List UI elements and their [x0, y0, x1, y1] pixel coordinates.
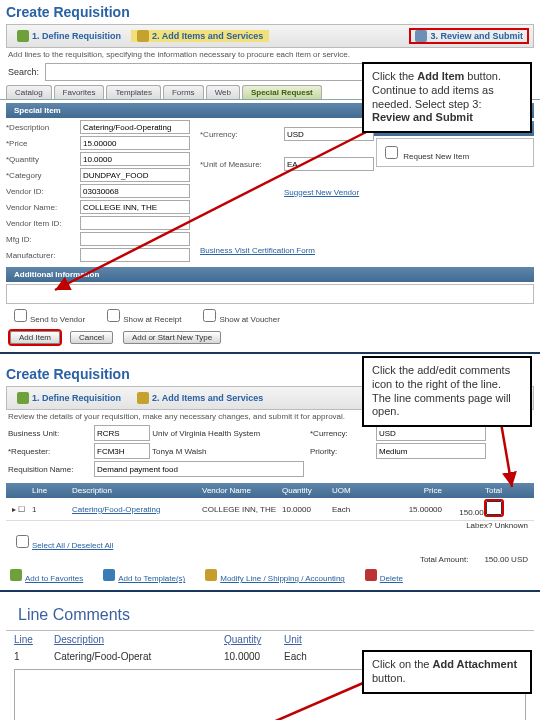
- req-line-header: Line Description Vendor Name Quantity UO…: [6, 483, 534, 498]
- step2-icon: [137, 392, 149, 404]
- step2-1[interactable]: 1. Define Requisition: [11, 392, 127, 404]
- show-receipt-check[interactable]: Show at Receipt: [107, 309, 181, 324]
- instruction-text: Add lines to the requisition, specifying…: [0, 48, 540, 61]
- search-label: Search:: [8, 67, 39, 77]
- line-desc-link[interactable]: Catering/Food-Operating: [72, 505, 202, 514]
- step-2[interactable]: 2. Add Items and Services: [131, 30, 269, 42]
- tab-forms[interactable]: Forms: [163, 85, 204, 99]
- mfg-id-input[interactable]: [80, 232, 190, 246]
- uom-input[interactable]: [284, 157, 374, 171]
- show-voucher-check[interactable]: Show at Voucher: [203, 309, 279, 324]
- step3-icon: [415, 30, 427, 42]
- plus-icon: [10, 569, 22, 581]
- tab-catalog[interactable]: Catalog: [6, 85, 52, 99]
- labex-text: Labex? Unknown: [0, 521, 540, 532]
- step-3[interactable]: 3. Review and Submit: [409, 28, 529, 44]
- callout-comments: Click the add/edit comments icon to the …: [362, 356, 532, 427]
- vendor-id-input[interactable]: [80, 184, 190, 198]
- tab-web[interactable]: Web: [206, 85, 240, 99]
- step1-icon: [17, 30, 29, 42]
- trash-icon: [365, 569, 377, 581]
- step1-icon: [17, 392, 29, 404]
- template-icon: [103, 569, 115, 581]
- tab-templates[interactable]: Templates: [106, 85, 160, 99]
- right-col: *Currency: *Unit of Measure: Suggest New…: [200, 120, 374, 262]
- add-item-button[interactable]: Add Item: [10, 331, 60, 344]
- left-col: *Description *Price *Quantity *Category …: [6, 120, 190, 262]
- total-row: Total Amount: 150.00 USD: [0, 553, 540, 566]
- select-all-check[interactable]: [16, 535, 29, 548]
- description-input[interactable]: [80, 120, 190, 134]
- step-bar: 1. Define Requisition 2. Add Items and S…: [6, 24, 534, 48]
- category-input[interactable]: [80, 168, 190, 182]
- callout-attachment: Click on the Add Attachment button.: [362, 650, 532, 694]
- line-comments-title: Line Comments: [6, 600, 534, 631]
- add-favorites-link[interactable]: Add to Favorites: [10, 569, 83, 583]
- page-title: Create Requisition: [0, 0, 540, 24]
- send-options: Send to Vendor Show at Receipt Show at V…: [0, 306, 540, 327]
- req-name-input[interactable]: [94, 461, 304, 477]
- quantity-input[interactable]: [80, 152, 190, 166]
- comment-icon[interactable]: [486, 501, 502, 515]
- section-add-items: Create Requisition 1. Define Requisition…: [0, 0, 540, 354]
- request-new-item-check[interactable]: [385, 146, 398, 159]
- pencil-icon: [205, 569, 217, 581]
- vendor-name-input[interactable]: [80, 200, 190, 214]
- modify-line-link[interactable]: Modify Line / Shipping / Accounting: [205, 569, 345, 583]
- section-review-submit: Create Requisition 1. Define Requisition…: [0, 362, 540, 592]
- business-visit-link[interactable]: Business Visit Certification Form: [200, 246, 374, 255]
- delete-link[interactable]: Delete: [365, 569, 403, 583]
- step-1[interactable]: 1. Define Requisition: [11, 30, 127, 42]
- step2-2[interactable]: 2. Add Items and Services: [131, 392, 269, 404]
- select-all-link[interactable]: Select All / Deselect All: [32, 541, 113, 550]
- callout-add-item: Click the Add Item button. Continue to a…: [362, 62, 532, 133]
- priority-input[interactable]: [376, 443, 486, 459]
- request-new-item-box: Request New Item: [376, 138, 534, 167]
- tab-favorites[interactable]: Favorites: [54, 85, 105, 99]
- suggest-vendor-link[interactable]: Suggest New Vendor: [284, 188, 374, 197]
- requester-input[interactable]: [94, 443, 150, 459]
- vendor-item-id-input[interactable]: [80, 216, 190, 230]
- lc-header: Line Description Quantity Unit: [0, 631, 540, 648]
- cancel-button[interactable]: Cancel: [70, 331, 113, 344]
- price-input[interactable]: [80, 136, 190, 150]
- send-vendor-check[interactable]: Send to Vendor: [14, 309, 85, 324]
- expand-icon[interactable]: ▸ ☐: [12, 505, 32, 514]
- action-buttons: Add Item Cancel Add or Start New Type: [0, 327, 540, 348]
- req-line-row: ▸ ☐ 1 Catering/Food-Operating COLLEGE IN…: [6, 498, 534, 521]
- bu-input[interactable]: [94, 425, 150, 441]
- manufacturer-input[interactable]: [80, 248, 190, 262]
- line-actions: Add to Favorites Add to Template(s) Modi…: [0, 566, 540, 586]
- header-fields: Business Unit: Univ of Virginia Health S…: [0, 423, 540, 479]
- currency-input[interactable]: [284, 127, 374, 141]
- step2-icon: [137, 30, 149, 42]
- currency-input-2[interactable]: [376, 425, 486, 441]
- add-template-link[interactable]: Add to Template(s): [103, 569, 185, 583]
- tab-special-request[interactable]: Special Request: [242, 85, 322, 99]
- special-item-form: *Description *Price *Quantity *Category …: [0, 118, 362, 264]
- add-new-type-button[interactable]: Add or Start New Type: [123, 331, 221, 344]
- band-additional-info: Additional Information: [6, 267, 534, 282]
- section-line-comments: Line Comments Line Description Quantity …: [0, 600, 540, 720]
- additional-info-textarea[interactable]: [6, 284, 534, 304]
